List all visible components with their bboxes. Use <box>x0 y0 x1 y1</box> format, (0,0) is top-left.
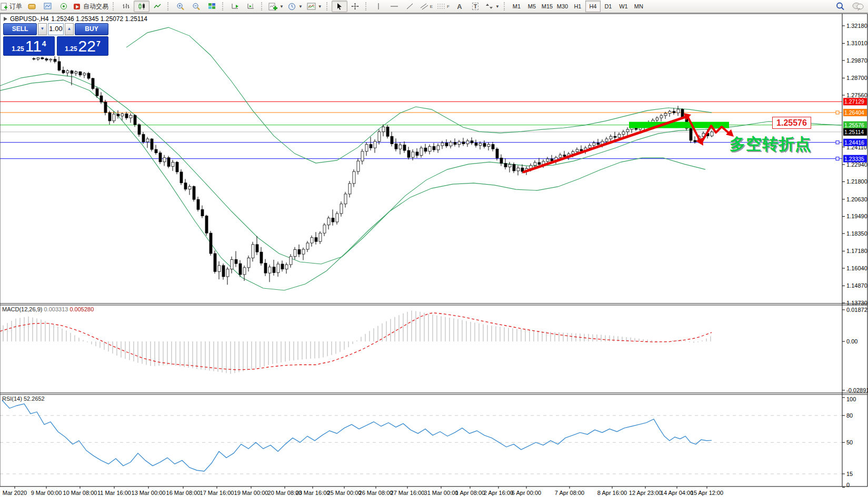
zoom-out-button[interactable] <box>188 1 204 12</box>
timeframe-h1[interactable]: H1 <box>570 1 585 12</box>
candlestick-chart-button[interactable] <box>134 1 149 12</box>
autotrade-button[interactable]: 自动交易 <box>72 1 111 12</box>
rsi-tick-label: 80 <box>846 412 853 419</box>
macd-main-value: 0.003313 <box>44 306 68 312</box>
strategy-signal-button[interactable] <box>56 1 72 12</box>
vertical-line-icon <box>375 3 382 10</box>
volume-decrease-stepper[interactable]: ▼ <box>38 23 47 35</box>
cursor-button[interactable] <box>332 1 347 12</box>
arrows-button[interactable]: ▼ <box>483 1 502 12</box>
candle-body <box>660 116 663 118</box>
fibonacci-button[interactable]: F <box>435 1 452 12</box>
candle-body <box>226 269 229 277</box>
sell-price-box[interactable]: 1.25 11 4 <box>3 36 55 56</box>
line-chart-button[interactable] <box>149 1 165 12</box>
candle-body <box>450 143 452 146</box>
candle-body <box>79 72 82 75</box>
arrows-icon <box>485 3 493 10</box>
text-button[interactable]: A <box>452 1 467 12</box>
timeframe-mn[interactable]: MN <box>631 1 646 12</box>
volume-input[interactable]: 1.00 <box>48 23 64 35</box>
candle-body <box>117 114 119 116</box>
timeframe-m30[interactable]: M30 <box>555 1 570 12</box>
search-icon[interactable] <box>836 2 845 11</box>
candle-body <box>306 243 309 249</box>
buy-price-box[interactable]: 1.25 22 7 <box>57 36 108 56</box>
timeframe-w1[interactable]: W1 <box>616 1 631 12</box>
rsi-indicator-label: RSI(14) 52.2652 <box>2 395 45 402</box>
zoom-in-button[interactable] <box>173 1 188 12</box>
chart-ohlc-values: 1.25246 1.25345 1.25072 1.25114 <box>51 15 147 23</box>
equidistant-channel-button[interactable]: E <box>418 1 435 12</box>
fibonacci-icon-letter: F <box>447 4 450 9</box>
candle-body <box>378 132 381 141</box>
candle-body <box>188 187 191 189</box>
candle-body <box>605 139 608 141</box>
price-tick-label: 1.27560 <box>846 92 867 98</box>
chart-shift-button[interactable] <box>243 1 259 12</box>
chat-icon[interactable] <box>852 2 864 11</box>
indicators-button[interactable]: ▼ <box>305 1 324 12</box>
market-watch-button[interactable] <box>24 1 40 12</box>
candle-body <box>433 146 435 150</box>
sell-button[interactable]: SELL <box>3 23 37 35</box>
candle-body <box>62 70 65 73</box>
buy-button[interactable]: BUY <box>75 23 108 35</box>
macd-name: MACD(12,26,9) <box>2 306 42 312</box>
new-chart-button[interactable]: ▼ <box>266 1 286 12</box>
candle-body <box>113 114 115 121</box>
dropdown-caret-icon: ▼ <box>318 4 322 9</box>
line-handle[interactable] <box>836 141 839 144</box>
candle-body <box>281 264 284 269</box>
candle-body <box>690 128 692 140</box>
timeframe-h4[interactable]: H4 <box>585 1 601 12</box>
candle-body <box>357 161 360 171</box>
tile-windows-button[interactable] <box>204 1 220 12</box>
volume-increase-stepper[interactable]: ▲ <box>65 23 74 35</box>
candle-body <box>576 149 578 151</box>
candle-body <box>458 142 461 145</box>
time-label: 10 Mar 08:00 <box>63 490 97 496</box>
line-handle[interactable] <box>836 157 839 160</box>
text-label-button[interactable]: T <box>467 1 483 12</box>
auto-scroll-icon <box>231 3 240 10</box>
turning-point-annotation[interactable]: 多空转折点 <box>730 134 811 155</box>
candle-body <box>180 172 183 183</box>
candle-body <box>492 145 494 149</box>
candle-body <box>500 158 503 163</box>
timeframe-m15[interactable]: M15 <box>540 1 555 12</box>
macd-tick-label: 0.00 <box>846 338 857 344</box>
price-badge-label: 1.26404 <box>844 109 864 116</box>
candle-body <box>673 111 675 113</box>
candle-body <box>626 129 629 132</box>
crosshair-button[interactable] <box>347 1 363 12</box>
chart-canvas[interactable]: 1.321801.310101.298701.287001.275601.241… <box>0 0 868 497</box>
sell-price-big: 11 <box>25 38 42 54</box>
data-window-button[interactable] <box>40 1 56 12</box>
candle-body <box>365 145 368 151</box>
crosshair-icon <box>351 3 359 10</box>
candle-body <box>172 162 174 166</box>
timeframe-m5[interactable]: M5 <box>524 1 540 12</box>
candle-body <box>290 257 292 265</box>
price-note-textbox[interactable]: 1.25576 <box>772 117 811 129</box>
timeframe-m1[interactable]: M1 <box>509 1 524 12</box>
candle-body <box>87 73 90 78</box>
horizontal-line-button[interactable] <box>386 1 402 12</box>
price-tick-label: 1.22940 <box>846 161 867 168</box>
time-label: 1 Apr 08:00 <box>455 490 485 496</box>
timeframe-d1[interactable]: D1 <box>601 1 616 12</box>
candle-body <box>311 238 313 243</box>
periods-button[interactable]: ▼ <box>286 1 305 12</box>
auto-scroll-button[interactable] <box>227 1 243 12</box>
candle-body <box>669 111 671 114</box>
trendline-button[interactable] <box>402 1 418 12</box>
candle-body <box>593 143 595 146</box>
vertical-line-button[interactable] <box>371 1 386 12</box>
candle-body <box>374 141 376 148</box>
new-order-button[interactable]: 订单 <box>0 1 24 12</box>
bar-chart-button[interactable] <box>118 1 134 12</box>
clock-icon <box>288 3 296 11</box>
support-zone-bar[interactable] <box>629 122 729 128</box>
line-handle[interactable] <box>836 111 839 114</box>
